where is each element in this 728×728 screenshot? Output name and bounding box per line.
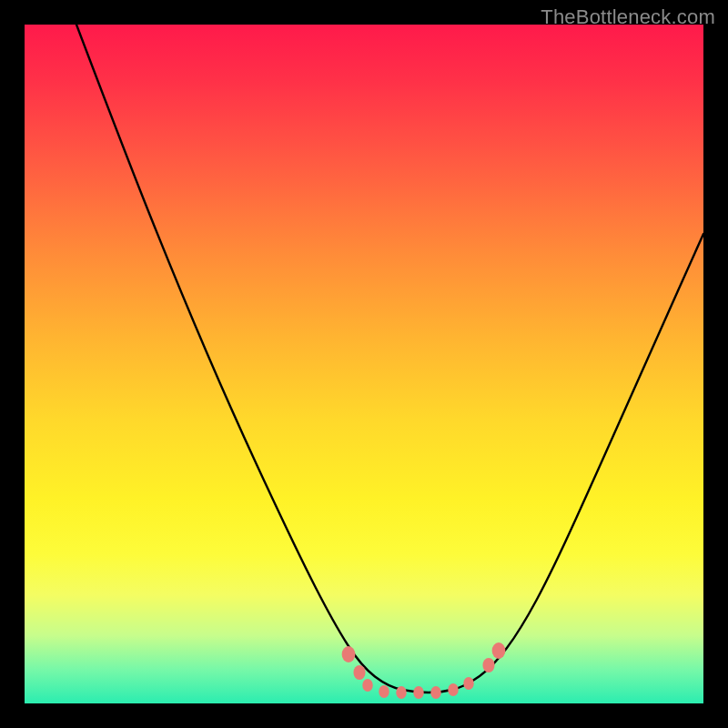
chart-svg [25,25,703,703]
chart-frame: TheBottleneck.com [0,0,728,728]
watermark-text: TheBottleneck.com [541,5,715,29]
curve-marker [396,686,406,699]
curve-marker [430,686,440,699]
curve-marker [413,686,423,699]
curve-marker [448,683,458,696]
curve-marker [379,685,389,698]
curve-marker [463,677,473,690]
curve-marker [353,665,365,680]
curve-marker [492,642,506,659]
curve-marker [362,679,372,692]
curve-marker [342,646,356,662]
curve-marker [482,658,494,672]
chart-plot-area [25,25,703,703]
curve-markers [342,642,506,699]
bottleneck-curve [76,25,703,693]
